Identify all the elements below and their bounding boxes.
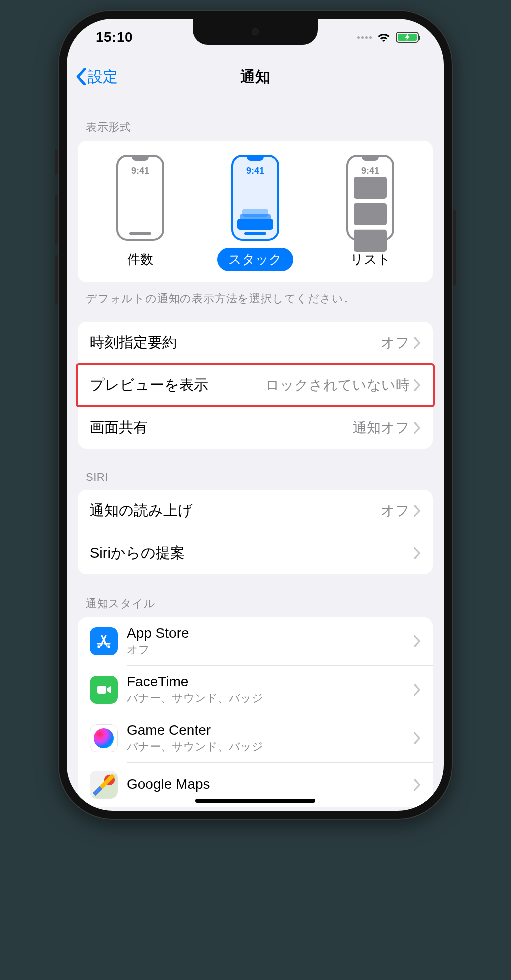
recording-indicator-icon <box>358 36 372 39</box>
side-button <box>55 195 58 245</box>
settings-group-siri: 通知の読み上げ オフ Siriからの提案 <box>78 490 433 574</box>
side-button <box>55 150 58 175</box>
chevron-right-icon <box>414 732 421 744</box>
app-sub: オフ <box>127 642 405 658</box>
status-indicators <box>358 32 419 43</box>
home-indicator[interactable] <box>196 799 316 803</box>
row-value: ロックされていない時 <box>208 376 414 395</box>
display-option-list[interactable]: 9:41 リスト <box>326 155 416 272</box>
app-name: App Store <box>127 626 405 642</box>
chevron-right-icon <box>414 636 421 648</box>
page-title: 通知 <box>67 67 444 88</box>
app-sub: バナー、サウンド、バッジ <box>127 691 405 706</box>
app-row-appstore[interactable]: App Store オフ <box>78 618 433 666</box>
chevron-right-icon <box>414 548 421 560</box>
app-row-facetime[interactable]: FaceTime バナー、サウンド、バッジ <box>78 666 433 714</box>
game-center-icon <box>90 724 118 752</box>
section-header-display-as: 表示形式 <box>67 98 444 141</box>
google-maps-icon <box>90 771 118 799</box>
row-label: 通知の読み上げ <box>90 501 193 521</box>
app-sub: バナー、サウンド、バッジ <box>127 740 405 754</box>
row-announce-notifications[interactable]: 通知の読み上げ オフ <box>78 490 433 532</box>
row-scheduled-summary[interactable]: 時刻指定要約 オフ <box>78 322 433 364</box>
chevron-right-icon <box>414 779 421 791</box>
section-header-siri: SIRI <box>67 449 444 490</box>
row-value: オフ <box>193 502 414 520</box>
display-as-card: 9:41 件数 9:41 スタック <box>78 141 433 282</box>
content[interactable]: 表示形式 9:41 件数 <box>67 98 444 811</box>
svg-rect-2 <box>98 686 106 694</box>
app-name: FaceTime <box>127 674 405 690</box>
battery-icon <box>396 32 419 43</box>
chevron-right-icon <box>414 422 421 434</box>
display-option-label: スタック <box>218 248 294 272</box>
app-name: Google Maps <box>127 776 405 792</box>
display-option-stack[interactable]: 9:41 スタック <box>210 155 300 272</box>
row-label: Siriからの提案 <box>90 544 185 564</box>
row-siri-suggestions[interactable]: Siriからの提案 <box>78 532 433 574</box>
mini-phone-icon: 9:41 <box>346 155 394 241</box>
mini-phone-icon: 9:41 <box>116 155 164 241</box>
facetime-icon <box>90 676 118 704</box>
section-footer-display-as: デフォルトの通知の表示方法を選択してください。 <box>67 282 444 307</box>
back-button[interactable]: 設定 <box>67 67 118 88</box>
notch <box>193 19 318 45</box>
row-label: 画面共有 <box>90 418 148 438</box>
row-value: オフ <box>177 334 414 352</box>
display-option-label: 件数 <box>116 248 164 272</box>
chevron-right-icon <box>414 505 421 517</box>
row-screen-sharing[interactable]: 画面共有 通知オフ <box>78 406 433 449</box>
row-label: プレビューを表示 <box>90 376 208 396</box>
phone-frame: 15:10 設定 通知 表示形式 <box>58 10 453 820</box>
app-store-icon <box>90 628 118 656</box>
row-value: 通知オフ <box>148 418 414 438</box>
side-button <box>55 255 58 305</box>
app-row-gamecenter[interactable]: Game Center バナー、サウンド、バッジ <box>78 714 433 762</box>
display-option-count[interactable]: 9:41 件数 <box>96 155 186 272</box>
row-label: 時刻指定要約 <box>90 333 177 353</box>
side-button <box>453 210 456 285</box>
chevron-right-icon <box>414 337 421 349</box>
section-header-style: 通知スタイル <box>67 574 444 618</box>
chevron-right-icon <box>414 684 421 696</box>
notification-style-list: App Store オフ FaceTime バナー、サウンド、バッジ <box>78 618 433 807</box>
mini-phone-icon: 9:41 <box>232 155 280 241</box>
nav-bar: 設定 通知 <box>67 56 444 98</box>
svg-point-0 <box>98 646 100 648</box>
settings-group-1: 時刻指定要約 オフ プレビューを表示 ロックされていない時 画面共有 通知オフ <box>78 322 433 449</box>
chevron-right-icon <box>414 380 421 392</box>
wifi-icon <box>377 32 391 43</box>
svg-point-1 <box>108 646 110 648</box>
app-name: Game Center <box>127 722 405 738</box>
row-show-previews[interactable]: プレビューを表示 ロックされていない時 <box>78 364 433 406</box>
chevron-left-icon <box>76 68 87 86</box>
back-label: 設定 <box>88 67 118 88</box>
screen: 15:10 設定 通知 表示形式 <box>67 19 444 811</box>
status-time: 15:10 <box>96 30 133 46</box>
